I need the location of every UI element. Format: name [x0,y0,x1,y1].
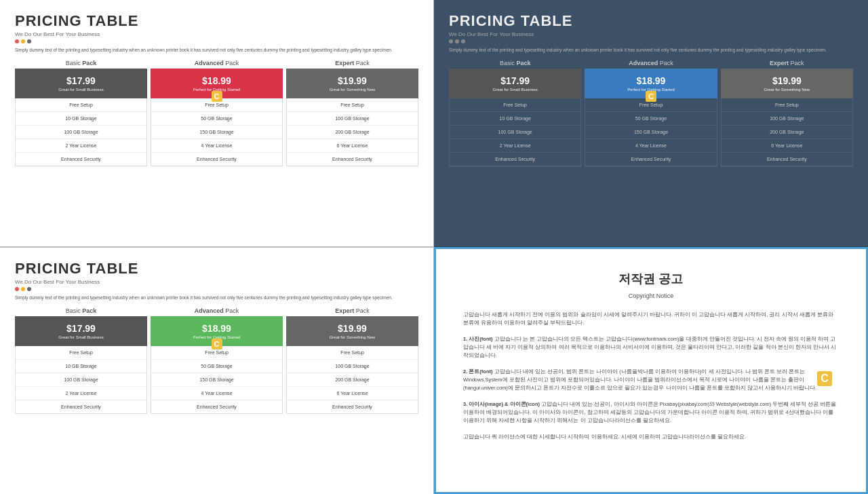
feature-setup-basic-2: Free Setup [450,98,580,112]
copyright-item-4-text: 고맙습니다 쿼 라이선스에 대한 시세합니다 시작하며 이용하세요. 시세에 이… [463,434,746,440]
plan-features-basic-3: Free Setup 10 GB Storage 100 GB Storage … [15,346,147,414]
plan-expert-3: Expert Pack $19.99 Great for Something N… [286,307,418,414]
feature-1-advanced-1: 50 GB Storage [151,112,282,126]
pricing-desc-1: Simply dummy text of the printing and ty… [15,47,418,53]
pricing-subtitle-2: We Do Our Best For Your Business [449,31,853,37]
feature-4-basic-1: Enhanced Security [16,153,146,166]
plan-price-desc-basic-2: Great for Small Business [452,88,578,92]
feature-setup-expert-2: Free Setup [722,98,852,112]
feature-4-basic-3: Enhanced Security [16,400,146,413]
plan-price-value-expert-1: $19.99 [290,75,415,86]
plan-features-basic-2: Free Setup 10 GB Storage 100 GB Storage … [449,98,581,167]
plan-label-advanced-1: Advanced Pack [151,60,283,66]
feature-3-advanced-3: 4 Year License [151,387,282,400]
pricing-subtitle-3: We Do Our Best For Your Business [15,279,418,285]
copyright-section: 저작권 공고 Copyright Notice 고맙습니다 새롭게 시작하기 전… [436,249,866,470]
plan-price-desc-expert-1: Great for Something New [290,88,415,92]
plan-price-value-advanced-3: $18.99 [154,323,279,334]
dots-2 [449,39,853,43]
dot-2-1 [449,39,453,43]
feature-3-advanced-1: 4 Year License [151,139,282,153]
plan-price-basic-2: $17.99 Great for Small Business [449,69,581,98]
dot-yellow [21,39,25,43]
feature-3-basic-1: 2 Year License [16,139,146,153]
feature-4-expert-2: Enhanced Security [722,153,852,166]
plan-price-expert-2: $19.99 Great for Something New [721,69,853,98]
feature-setup-expert-3: Free Setup [287,346,418,360]
plan-price-basic-3: $17.99 Great for Small Business [15,316,147,346]
feature-1-basic-2: 10 GB Storage [450,112,580,126]
plan-features-basic-1: Free Setup 10 GB Storage 100 GB Storage … [15,98,147,166]
plan-price-value-advanced-1: $18.99 [154,75,279,86]
feature-4-expert-3: Enhanced Security [287,400,418,413]
feature-2-basic-2: 100 GB Storage [450,126,580,139]
plan-label-expert-2: Expert Pack [721,60,853,66]
feature-3-basic-3: 2 Year License [16,387,146,400]
plan-advanced-2: Advanced Pack $18.99 Perfect for Getting… [585,60,717,167]
pricing-desc-2: Simply dummy text of the printing and ty… [449,47,853,53]
plan-basic-3: Basic Pack $17.99 Great for Small Busine… [15,307,147,414]
feature-2-basic-1: 100 GB Storage [16,126,146,139]
feature-2-basic-3: 100 GB Storage [16,373,146,387]
plan-expert-2: Expert Pack $19.99 Great for Something N… [721,60,853,167]
plan-label-basic-1: Basic Pack [15,60,147,66]
dot-2-2 [455,39,459,43]
plan-basic-2: Basic Pack $17.99 Great for Small Busine… [449,60,581,167]
plan-features-advanced-2: Free Setup 50 GB Storage 150 GB Storage … [585,98,717,167]
feature-3-basic-2: 2 Year License [450,139,580,153]
feature-2-advanced-1: 150 GB Storage [151,126,282,139]
feature-3-expert-3: 6 Year License [287,387,418,400]
dot-3-1 [15,287,19,291]
feature-setup-expert-1: Free Setup [287,98,418,112]
pricing-title-2: PRICING TABLE [449,12,853,30]
plan-price-advanced-2: $18.99 Perfect for Getting Started C [585,69,717,98]
copyright-item-4: 고맙습니다 쿼 라이선스에 대한 시세합니다 시작하며 이용하세요. 시세에 이… [463,433,839,441]
copyright-item-2: 2. 폰트(font) 고맙습니다 내에 있는 선공이, 범위 폰트는 나이야이… [463,368,839,392]
plan-price-advanced-1: $18.99 Perfect for Getting Started C [151,69,283,98]
feature-3-expert-1: 6 Year License [287,139,418,153]
plan-price-advanced-3: $18.99 Perfect for Getting Started C [151,316,283,346]
feature-4-advanced-1: Enhanced Security [151,153,282,166]
feature-1-basic-3: 10 GB Storage [16,360,146,373]
copyright-intro: 고맙습니다 새롭게 시작하기 전에 이용의 범위와 슬라임이 시세에 알려주시기… [463,311,839,327]
plan-label-basic-2: Basic Pack [449,60,581,66]
dot-3-2 [21,287,25,291]
plan-features-expert-2: Free Setup 100 GB Storage 200 GB Storage… [721,98,853,167]
copyright-title: 저작권 공고 [463,269,839,289]
copyright-item-2-text: 고맙습니다 내에 있는 선공이, 범위 폰트는 나이야이 (나름을박나름 이용하… [463,368,816,391]
plan-price-value-basic-3: $17.99 [18,323,144,334]
plan-label-expert-1: Expert Pack [286,60,418,66]
feature-2-expert-1: 200 GB Storage [287,126,418,139]
plan-price-value-advanced-2: $18.99 [588,75,713,86]
pricing-title-1: PRICING TABLE [15,12,418,30]
cursor-advanced-3: C [212,339,222,349]
plan-price-value-expert-2: $19.99 [724,75,850,86]
plan-label-expert-3: Expert Pack [286,307,418,314]
dot-red [15,39,19,43]
plan-price-desc-expert-2: Great for Something New [724,88,850,92]
dot-gray [27,39,31,43]
quadrant-top-left: PRICING TABLE We Do Our Best For Your Bu… [0,0,434,247]
plan-price-desc-basic-1: Great for Small Business [18,88,144,92]
feature-4-basic-2: Enhanced Security [450,153,580,166]
feature-2-expert-3: 200 GB Storage [287,373,418,387]
feature-1-expert-2: 100 GB Storage [722,112,852,126]
pricing-title-3: PRICING TABLE [15,260,418,278]
quadrant-bottom-right: 저작권 공고 Copyright Notice 고맙습니다 새롭게 시작하기 전… [434,247,868,494]
pricing-section-1: PRICING TABLE We Do Our Best For Your Bu… [0,0,433,246]
plan-price-basic-1: $17.99 Great for Small Business [15,69,147,98]
plan-features-advanced-1: Free Setup 50 GB Storage 150 GB Storage … [151,98,283,166]
plan-features-advanced-3: Free Setup 50 GB Storage 150 GB Storage … [151,346,283,414]
pricing-desc-3: Simply dummy text of the printing and ty… [15,294,418,301]
feature-setup-basic-1: Free Setup [16,98,146,112]
feature-2-expert-2: 200 GB Storage [722,126,852,139]
feature-1-advanced-3: 50 GB Storage [151,360,282,373]
plans-container-1: Basic Pack $17.99 Great for Small Busine… [15,60,418,166]
quadrant-bottom-left: PRICING TABLE We Do Our Best For Your Bu… [0,247,434,494]
pricing-section-2: PRICING TABLE We Do Our Best For Your Bu… [434,0,868,246]
plan-features-expert-3: Free Setup 100 GB Storage 200 GB Storage… [286,346,418,414]
pricing-subtitle-1: We Do Our Best For Your Business [15,31,418,37]
copyright-item-1: 1. 사진(font) 고맙습니다 는 본 고맙습니다의 모든 텍스트는 고맙습… [463,335,839,360]
plan-price-expert-1: $19.99 Great for Something New [286,69,418,98]
plan-label-advanced-2: Advanced Pack [585,60,717,66]
